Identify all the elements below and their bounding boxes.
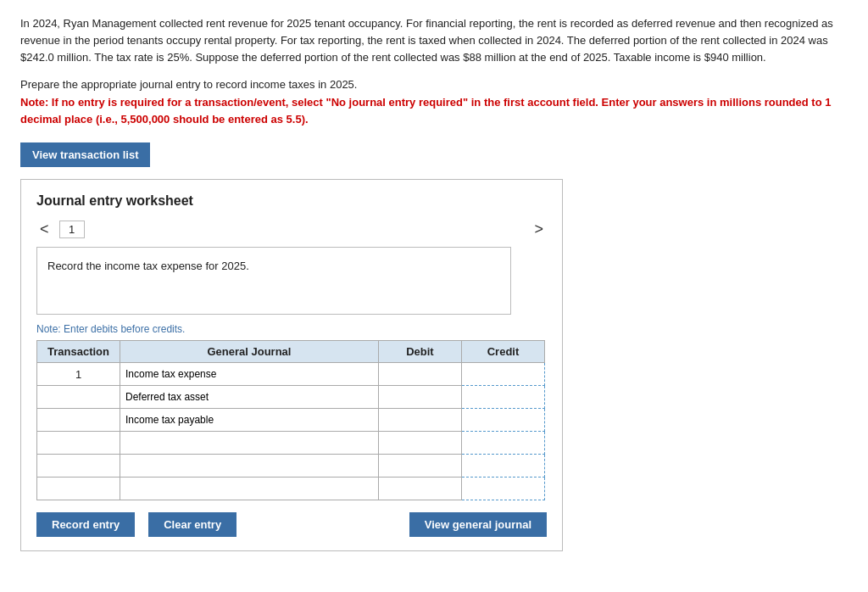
cell-transaction-0: 1 [37,363,120,386]
cell-credit-3[interactable] [461,432,544,455]
col-header-transaction: Transaction [37,341,120,363]
credit-input-0[interactable] [467,366,539,383]
footer-buttons: Record entry Clear entry View general jo… [36,512,547,537]
intro-paragraph: In 2024, Ryan Management collected rent … [20,15,848,66]
nav-prev-button[interactable]: < [36,221,53,238]
record-entry-button[interactable]: Record entry [36,512,135,537]
general-journal-input-5[interactable] [125,480,373,497]
credit-input-1[interactable] [467,388,539,405]
general-journal-input-4[interactable] [125,457,373,474]
cell-transaction-1 [37,386,120,409]
cell-general-journal-1[interactable] [120,386,379,409]
cell-credit-4[interactable] [461,455,544,478]
debit-input-5[interactable] [384,480,456,497]
table-row [37,432,545,455]
journal-table: Transaction General Journal Debit Credit… [36,340,545,500]
cell-credit-0[interactable] [461,363,544,386]
worksheet-title: Journal entry worksheet [36,193,547,209]
table-row [37,478,545,500]
note-red: Note: If no entry is required for a tran… [20,94,848,127]
cell-debit-1[interactable] [378,386,461,409]
table-row [37,455,545,478]
general-journal-input-0[interactable] [125,366,373,383]
nav-number: 1 [59,221,85,238]
clear-entry-button[interactable]: Clear entry [148,512,236,537]
table-row [37,409,545,432]
credit-input-2[interactable] [467,411,539,428]
cell-credit-5[interactable] [461,478,544,500]
table-row: 1 [37,363,545,386]
cell-debit-5[interactable] [378,478,461,500]
view-general-journal-button[interactable]: View general journal [409,512,547,537]
debit-input-1[interactable] [384,388,456,405]
cell-transaction-5 [37,478,120,500]
cell-transaction-2 [37,409,120,432]
general-journal-input-3[interactable] [125,434,373,451]
col-header-credit: Credit [461,341,544,363]
cell-credit-1[interactable] [461,386,544,409]
col-header-debit: Debit [378,341,461,363]
worksheet-container: Journal entry worksheet < 1 > Record the… [20,179,563,551]
cell-debit-2[interactable] [378,409,461,432]
cell-transaction-4 [37,455,120,478]
credit-input-5[interactable] [467,480,539,497]
col-header-general-journal: General Journal [120,341,379,363]
cell-debit-0[interactable] [378,363,461,386]
nav-row: < 1 > [36,221,547,238]
cell-general-journal-2[interactable] [120,409,379,432]
view-transaction-button[interactable]: View transaction list [20,142,150,167]
cell-debit-4[interactable] [378,455,461,478]
note-debits: Note: Enter debits before credits. [36,323,547,335]
cell-general-journal-0[interactable] [120,363,379,386]
debit-input-3[interactable] [384,434,456,451]
cell-debit-3[interactable] [378,432,461,455]
debit-input-2[interactable] [384,411,456,428]
nav-next-button[interactable]: > [531,221,547,238]
credit-input-4[interactable] [467,457,539,474]
cell-credit-2[interactable] [461,409,544,432]
general-journal-input-1[interactable] [125,388,373,405]
description-box: Record the income tax expense for 2025. [36,247,511,315]
debit-input-4[interactable] [384,457,456,474]
cell-general-journal-3[interactable] [120,432,379,455]
table-row [37,386,545,409]
cell-general-journal-4[interactable] [120,455,379,478]
credit-input-3[interactable] [467,434,539,451]
general-journal-input-2[interactable] [125,411,373,428]
cell-general-journal-5[interactable] [120,478,379,500]
debit-input-0[interactable] [384,366,456,383]
prepare-line: Prepare the appropriate journal entry to… [20,78,848,91]
cell-transaction-3 [37,432,120,455]
